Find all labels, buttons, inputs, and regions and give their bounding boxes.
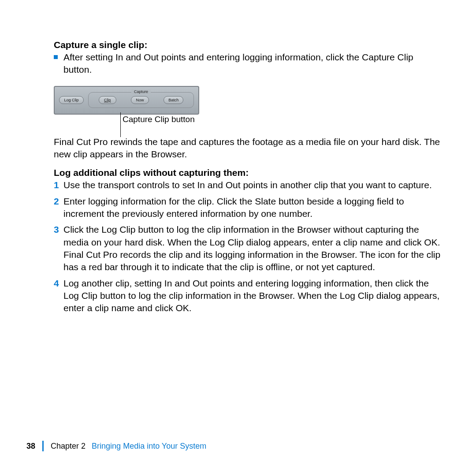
- list-text: Use the transport controls to set In and…: [63, 179, 441, 191]
- capture-panel-screenshot: Log Clip Capture Clip Now Batch: [54, 86, 199, 115]
- log-clip-button[interactable]: Log Clip: [59, 96, 84, 104]
- list-number: 2: [54, 195, 63, 208]
- leader-line-icon: [120, 112, 121, 137]
- list-item: 1 Use the transport controls to set In a…: [54, 179, 441, 191]
- capture-fieldset: Capture Clip Now Batch: [88, 92, 194, 108]
- page-footer: 38 Chapter 2 Bringing Media into Your Sy…: [26, 441, 206, 451]
- list-text: Log another clip, setting In and Out poi…: [63, 277, 441, 315]
- list-item: 2 Enter logging information for the clip…: [54, 195, 441, 220]
- list-number: 3: [54, 223, 63, 236]
- batch-button[interactable]: Batch: [164, 96, 183, 104]
- chapter-label: Chapter 2: [51, 442, 86, 451]
- list-number: 4: [54, 277, 63, 290]
- list-number: 1: [54, 179, 63, 191]
- heading-capture-single: Capture a single clip:: [54, 40, 441, 50]
- list-item: 4 Log another clip, setting In and Out p…: [54, 277, 441, 315]
- capture-fieldset-label: Capture: [131, 89, 151, 94]
- chapter-title: Bringing Media into Your System: [92, 442, 206, 451]
- footer-divider-icon: [42, 441, 44, 451]
- now-button[interactable]: Now: [131, 96, 149, 104]
- page-number: 38: [26, 442, 35, 451]
- bullet-text: After setting In and Out points and ente…: [63, 51, 441, 76]
- heading-log-additional: Log additional clips without capturing t…: [54, 167, 441, 178]
- list-text: Click the Log Clip button to log the cli…: [63, 223, 441, 273]
- clip-button[interactable]: Clip: [99, 96, 116, 104]
- square-bullet-icon: [54, 55, 58, 59]
- bullet-item: After setting In and Out points and ente…: [54, 51, 441, 76]
- list-item: 3 Click the Log Clip button to log the c…: [54, 223, 441, 273]
- page-content: Capture a single clip: After setting In …: [0, 0, 476, 476]
- callout-label: Capture Clip button: [123, 115, 195, 124]
- paragraph-after-panel: Final Cut Pro rewinds the tape and captu…: [54, 136, 441, 161]
- list-text: Enter logging information for the clip. …: [63, 195, 441, 220]
